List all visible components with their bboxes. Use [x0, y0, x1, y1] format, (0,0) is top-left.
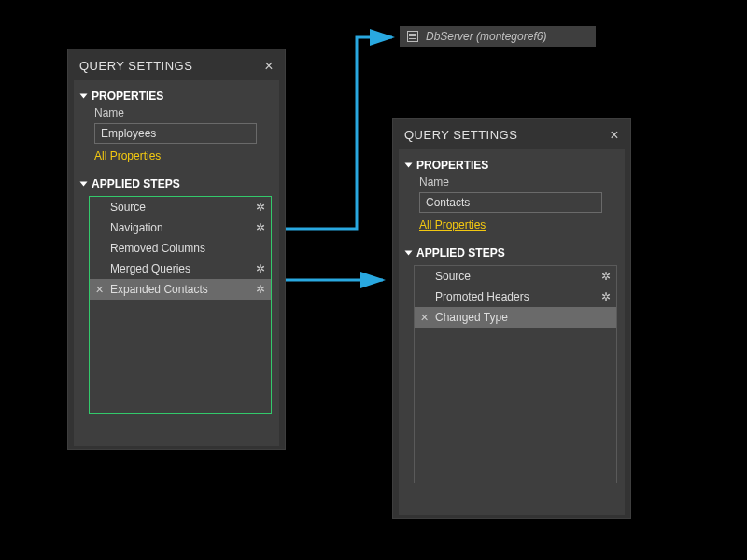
step-label: Merged Queries: [110, 262, 190, 275]
step-label: Promoted Headers: [435, 290, 529, 303]
name-label: Name: [406, 174, 617, 190]
gear-icon[interactable]: ✲: [256, 283, 265, 296]
applied-step[interactable]: Navigation✲: [90, 217, 271, 238]
applied-steps-list: Source✲Navigation✲Removed ColumnsMerged …: [89, 196, 272, 414]
collapse-icon: [80, 182, 88, 187]
panel-title-bar: QUERY SETTINGS ×: [68, 49, 285, 80]
gear-icon[interactable]: ✲: [601, 290, 611, 303]
applied-steps-header[interactable]: APPLIED STEPS: [406, 243, 617, 261]
panel-body: PROPERTIES Name All Properties APPLIED S…: [399, 149, 625, 515]
query-settings-panel-right: QUERY SETTINGS × PROPERTIES Name All Pro…: [392, 118, 631, 519]
close-icon[interactable]: ×: [264, 61, 274, 72]
all-properties-link[interactable]: All Properties: [81, 147, 161, 168]
applied-steps-header[interactable]: APPLIED STEPS: [81, 174, 272, 192]
collapse-icon: [80, 94, 88, 99]
step-label: Changed Type: [435, 311, 508, 324]
database-icon: [407, 31, 418, 42]
applied-step[interactable]: ✕Changed Type: [415, 307, 616, 328]
db-server-node[interactable]: DbServer (montegoref6): [400, 26, 596, 47]
query-settings-panel-left: QUERY SETTINGS × PROPERTIES Name All Pro…: [67, 49, 286, 450]
gear-icon[interactable]: ✲: [256, 262, 265, 275]
step-label: Source: [435, 270, 471, 283]
db-server-label: DbServer (montegoref6): [426, 30, 546, 43]
applied-step[interactable]: ✕Expanded Contacts✲: [90, 279, 271, 300]
step-label: Removed Columns: [110, 242, 205, 255]
all-properties-link[interactable]: All Properties: [406, 217, 486, 237]
properties-header[interactable]: PROPERTIES: [406, 155, 617, 174]
name-label: Name: [81, 105, 272, 121]
close-icon[interactable]: ×: [610, 130, 619, 141]
gear-icon[interactable]: ✲: [256, 201, 265, 214]
applied-steps-list: Source✲Promoted Headers✲✕Changed Type: [414, 265, 617, 483]
query-name-input[interactable]: [419, 192, 602, 213]
query-name-input[interactable]: [94, 123, 257, 144]
step-label: Navigation: [110, 221, 163, 234]
applied-step[interactable]: Promoted Headers✲: [415, 287, 616, 307]
collapse-icon: [405, 163, 413, 168]
applied-step[interactable]: Merged Queries✲: [90, 259, 271, 279]
panel-title: QUERY SETTINGS: [79, 59, 192, 73]
delete-step-icon[interactable]: ✕: [95, 284, 104, 296]
gear-icon[interactable]: ✲: [601, 270, 611, 283]
applied-step[interactable]: Source✲: [415, 266, 616, 287]
applied-step[interactable]: Removed Columns: [90, 238, 271, 259]
step-label: Source: [110, 201, 146, 214]
panel-title: QUERY SETTINGS: [404, 128, 517, 142]
gear-icon[interactable]: ✲: [256, 221, 265, 234]
panel-title-bar: QUERY SETTINGS ×: [393, 119, 630, 149]
properties-header[interactable]: PROPERTIES: [81, 86, 272, 105]
delete-step-icon[interactable]: ✕: [420, 312, 429, 324]
step-label: Expanded Contacts: [110, 283, 208, 296]
collapse-icon: [405, 251, 413, 256]
panel-body: PROPERTIES Name All Properties APPLIED S…: [74, 80, 279, 446]
applied-step[interactable]: Source✲: [90, 197, 271, 217]
